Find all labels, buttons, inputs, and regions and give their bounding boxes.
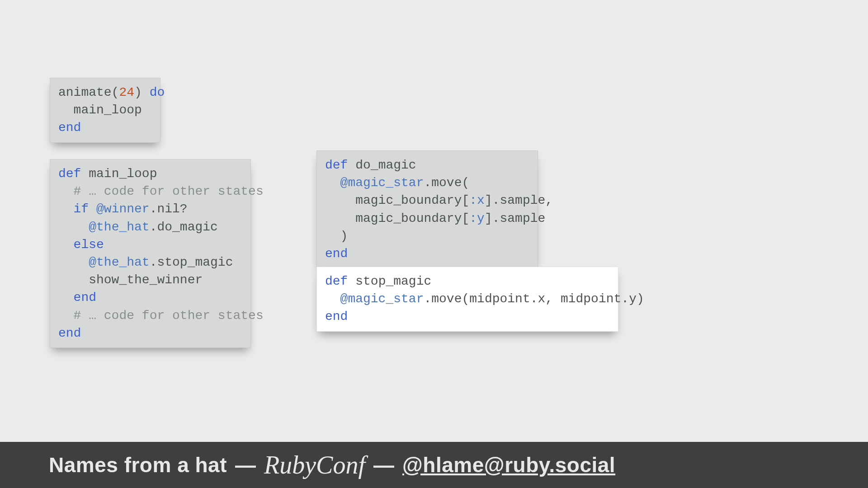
footer-title: Names from a hat <box>49 453 227 477</box>
code-token: .move(midpoint.x, midpoint.y) <box>424 292 644 306</box>
code-token: else <box>74 238 104 252</box>
code-token: magic_boundary[ <box>325 211 469 225</box>
code-token: do_magic <box>348 158 416 172</box>
code-token: ) <box>325 229 348 243</box>
code-token: @winner <box>96 202 150 216</box>
code-token: if <box>74 202 89 216</box>
code-token: .nil? <box>150 202 188 216</box>
code-token: show_the_winner <box>58 273 203 287</box>
code-snippet-do-magic: def do_magic @magic_star.move( magic_bou… <box>316 150 538 268</box>
footer-handle: @hlame@ruby.social <box>402 453 615 477</box>
code-token <box>89 202 96 216</box>
code-token: .move( <box>424 176 469 190</box>
code-snippet-stop-magic: def stop_magic @magic_star.move(midpoint… <box>316 267 618 332</box>
code-snippet-animate: animate(24) do main_loop end <box>50 78 160 143</box>
code-token: end <box>74 291 96 305</box>
code-token: @magic_star <box>340 176 424 190</box>
code-token <box>58 184 74 198</box>
code-token: main_loop <box>58 103 142 117</box>
code-token: end <box>325 310 348 324</box>
code-token <box>58 291 74 305</box>
code-token: magic_boundary[ <box>325 193 469 207</box>
code-token <box>325 176 340 190</box>
code-token <box>58 220 89 234</box>
footer-dash-1: — <box>235 453 256 477</box>
code-token: @the_hat <box>89 220 149 234</box>
code-token: ].sample <box>485 211 545 225</box>
code-token: def <box>325 274 348 288</box>
code-token: .stop_magic <box>150 255 233 269</box>
code-token: end <box>58 326 81 340</box>
code-token: :x <box>469 193 485 207</box>
code-token: main_loop <box>81 167 157 181</box>
code-token: @the_hat <box>89 255 149 269</box>
code-token: # … code for other states <box>74 309 264 323</box>
footer-rubyconf-logo: RubyConf <box>264 450 365 479</box>
code-token: def <box>58 167 81 181</box>
code-token: do <box>150 85 165 99</box>
code-token: animate( <box>58 85 119 99</box>
code-token <box>325 292 340 306</box>
code-token: # … code for other states <box>74 184 264 198</box>
code-token <box>58 202 74 216</box>
code-token: def <box>325 158 348 172</box>
code-token: 24 <box>119 85 134 99</box>
code-token: @magic_star <box>340 292 424 306</box>
code-token: ].sample, <box>485 193 553 207</box>
footer-dash-2: — <box>373 453 394 477</box>
code-token: stop_magic <box>348 274 431 288</box>
code-token: .do_magic <box>150 220 218 234</box>
slide-footer: Names from a hat — RubyConf — @hlame@rub… <box>0 442 868 488</box>
code-token <box>58 238 74 252</box>
code-snippet-main-loop: def main_loop # … code for other states … <box>50 159 251 348</box>
code-token <box>58 309 74 323</box>
code-token <box>58 255 89 269</box>
code-token: :y <box>469 211 485 225</box>
code-token: ) <box>134 85 150 99</box>
code-token: end <box>58 121 81 135</box>
code-token: end <box>325 247 348 261</box>
